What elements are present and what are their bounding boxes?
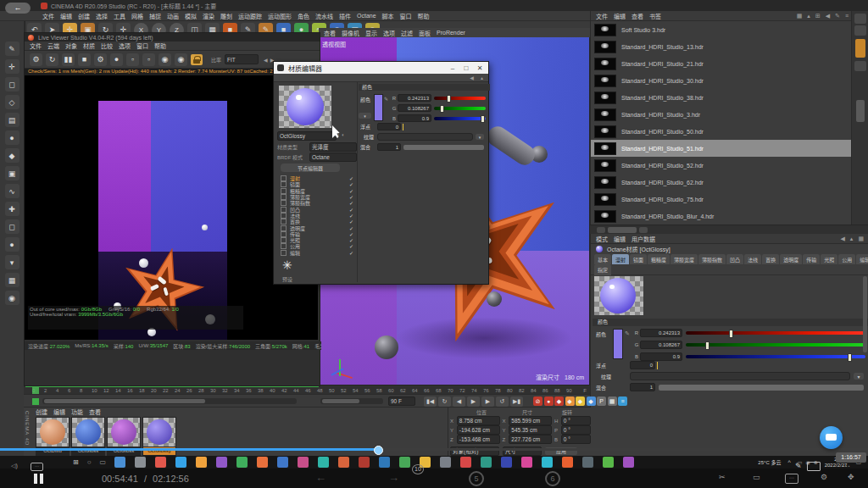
me-mix-slider[interactable]: [403, 145, 484, 150]
channel-check[interactable]: ✓: [347, 225, 353, 231]
node-editor-button[interactable]: 节点编辑器: [281, 164, 340, 172]
viewport-menu-item[interactable]: ProRender: [437, 30, 465, 36]
channel-value[interactable]: 0.242313: [640, 329, 682, 337]
channel-tab[interactable]: 凹凸: [726, 254, 743, 264]
attribute-scrollbar[interactable]: [863, 276, 867, 352]
rotation-value[interactable]: 0 °: [561, 416, 591, 425]
channel-toggle[interactable]: [281, 219, 287, 225]
me-color-picker-icon[interactable]: ✎: [384, 96, 388, 102]
keyframe-button[interactable]: ◆: [565, 396, 575, 406]
tool-icon[interactable]: ▤: [5, 113, 19, 127]
view-label[interactable]: 透视视图: [322, 40, 346, 48]
settings-gear-icon[interactable]: ⚙: [821, 473, 827, 481]
menu-item[interactable]: 雕刻: [220, 12, 232, 20]
attribute-menu-item[interactable]: 用户数据: [632, 235, 655, 243]
position-value[interactable]: -153.468 cm: [457, 435, 500, 444]
tool-icon[interactable]: ✚: [5, 202, 19, 216]
viewport-menu-item[interactable]: 面板: [419, 29, 431, 37]
layout-chip[interactable]: [608, 227, 637, 233]
taskbar-app-icon[interactable]: [216, 457, 227, 468]
layout-chip[interactable]: [597, 227, 605, 233]
pause-button[interactable]: [34, 474, 44, 484]
me-close-button[interactable]: ✕: [473, 64, 487, 72]
subtitle-keyboard-icon[interactable]: [807, 462, 821, 471]
me-channel-value[interactable]: 0.108267: [398, 104, 431, 112]
lv-range-slider[interactable]: [42, 398, 297, 404]
me-swatch-more-button[interactable]: ▾: [359, 113, 371, 119]
vp-range-handle[interactable]: [322, 399, 359, 403]
frame-range-field[interactable]: 90 F: [388, 396, 415, 406]
browser-tool-icon[interactable]: ◀: [826, 13, 830, 19]
browser-menu-item[interactable]: 书签: [649, 12, 661, 20]
channel-tab[interactable]: 指定: [594, 264, 611, 275]
channel-slider[interactable]: [686, 355, 865, 358]
volume-icon[interactable]: ◁): [11, 463, 18, 469]
dock-icon[interactable]: [854, 61, 866, 71]
me-channel-value[interactable]: 0.242313: [398, 94, 431, 102]
channel-tab[interactable]: 置换: [762, 254, 779, 264]
browser-tool-icon[interactable]: ≡: [845, 13, 849, 19]
channel-check[interactable]: ✓: [347, 219, 353, 225]
me-preview[interactable]: [279, 86, 331, 128]
channel-check[interactable]: ✓: [347, 250, 353, 256]
material-editor-title-bar[interactable]: 材质编辑器 – □ ✕: [274, 62, 488, 74]
viewport-menu-item[interactable]: 过滤: [401, 29, 413, 37]
slider-marker[interactable]: [705, 341, 709, 350]
tool-icon[interactable]: ∿: [5, 184, 19, 198]
color-picker-icon[interactable]: ✎: [625, 330, 630, 337]
me-type-dropdown[interactable]: 光泽度: [309, 142, 357, 152]
me-node-icon[interactable]: ◐: [342, 132, 345, 137]
file-list-item[interactable]: Standard_HDRI_Studio_62.hdr: [591, 174, 852, 191]
browser-menu-item[interactable]: 查看: [632, 12, 643, 20]
position-value[interactable]: -194.628 cm: [457, 425, 500, 435]
timeline-start-marker[interactable]: [32, 398, 39, 405]
taskbar-app-icon[interactable]: [399, 457, 410, 468]
taskbar-app-icon[interactable]: [379, 457, 390, 468]
taskbar-app-icon[interactable]: [521, 457, 532, 468]
channel-tab[interactable]: 薄膜指数: [698, 254, 726, 264]
menu-item[interactable]: 运动跟踪: [238, 12, 262, 20]
file-list-item[interactable]: Standard_HDRI_Studio_Blur_4.hdr: [591, 208, 852, 225]
lv-tool-icon[interactable]: ▫: [142, 53, 155, 66]
lv-tool-icon[interactable]: ⚙: [30, 53, 42, 66]
menu-item[interactable]: 帮助: [418, 12, 430, 20]
browser-tool-icon[interactable]: ▴: [807, 13, 810, 19]
taskbar-app-icon[interactable]: [277, 457, 288, 468]
file-list-item[interactable]: Standard_HDRI_Studio_51.hdr: [591, 140, 852, 157]
me-minimize-button[interactable]: –: [446, 64, 459, 72]
float-value[interactable]: 0: [630, 361, 655, 369]
me-slider-marker[interactable]: [481, 115, 485, 123]
loop-badge[interactable]: 10: [412, 464, 424, 474]
history-back-icon[interactable]: ◀: [840, 236, 844, 242]
me-slider-marker[interactable]: [440, 105, 444, 113]
video-back-button[interactable]: ←: [5, 3, 31, 14]
live-viewer-menu-item[interactable]: 文件: [30, 42, 42, 50]
skip-back-5-button[interactable]: 5: [469, 471, 484, 486]
lv-tool-icon[interactable]: ●: [110, 53, 123, 66]
live-viewer-menu-item[interactable]: 比较: [101, 42, 113, 50]
taskbar-app-icon[interactable]: [236, 457, 248, 468]
menu-item[interactable]: 窗口: [400, 12, 412, 20]
lv-range-handle[interactable]: [44, 399, 205, 403]
menu-item[interactable]: 流水线: [315, 12, 333, 20]
menu-item[interactable]: Octane: [357, 13, 376, 19]
taskbar-app-icon[interactable]: [542, 457, 553, 468]
lv-tool-icon[interactable]: ◉: [175, 53, 187, 66]
taskbar-app-icon[interactable]: [481, 457, 492, 468]
transport-button[interactable]: ▮◀: [424, 396, 437, 407]
file-list-item[interactable]: Standard_HDRI_Studio_52.hdr: [591, 157, 852, 174]
menu-item[interactable]: 插件: [339, 12, 351, 20]
rotation-value[interactable]: 0 °: [561, 435, 591, 444]
me-channel-slider[interactable]: [434, 97, 486, 100]
file-list-item[interactable]: Standard_HDRI_Studio_75.hdr: [591, 191, 852, 208]
transport-button[interactable]: ▶▮: [510, 396, 523, 407]
channel-toggle[interactable]: [281, 250, 287, 256]
texture-field[interactable]: [630, 372, 850, 380]
seek-back-arrow-icon[interactable]: ←: [315, 471, 326, 484]
channel-tab[interactable]: 漫射: [612, 254, 629, 264]
channel-toggle[interactable]: [281, 175, 287, 181]
channel-check[interactable]: ✓: [347, 188, 353, 194]
keyframe-button[interactable]: ⊘: [533, 396, 542, 406]
file-list-item[interactable]: Standard_HDRI_Studio_50.hdr: [591, 123, 852, 140]
seek-handle[interactable]: [374, 446, 383, 455]
